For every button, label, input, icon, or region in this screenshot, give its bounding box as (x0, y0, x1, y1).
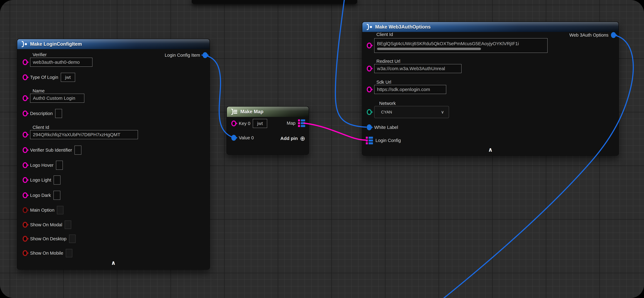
redirect-url-input[interactable]: w3a://com.w3a.Web3AuthUnreal (374, 64, 462, 73)
node-header[interactable]: Make LoginConfigItem (17, 39, 210, 49)
output-row: Web 3Auth Options (569, 31, 616, 40)
map-output-label: Map (287, 121, 296, 126)
logo-light-input[interactable] (54, 176, 60, 184)
show-on-mobile-row: Show On Mobile (22, 248, 72, 258)
make-struct-icon (366, 24, 373, 30)
logo-dark-label: Logo Dark (30, 193, 51, 198)
description-pin[interactable] (22, 110, 28, 116)
redirect-url-pin[interactable] (367, 66, 372, 72)
white-label-pin[interactable] (367, 124, 372, 130)
key0-label: Key 0 (239, 121, 250, 126)
make-struct-icon (21, 41, 28, 47)
show-on-mobile-pin[interactable] (22, 250, 28, 256)
network-pin[interactable] (367, 109, 372, 115)
blueprint-graph-canvas[interactable]: Make LoginConfigItem Login Config Item V… (0, 0, 644, 298)
sdk-url-row: https://sdk.openlogin.com (367, 85, 446, 94)
client-id-input[interactable]: 294QRkchfq2YaXUbPri7D6PH7xzHgQMT (30, 130, 138, 139)
offscreen-node-edge (192, 0, 357, 4)
show-on-desktop-pin[interactable] (22, 236, 28, 242)
key0-pin[interactable] (231, 120, 236, 126)
name-label: Name (32, 88, 44, 94)
redirect-url-label: Redirect Url (376, 59, 400, 64)
client-id-text: BEglQSgt4cUWcj6SKRdu5QkOXTsePmMcusG5EAoy… (377, 41, 519, 46)
verifier-sub-identifier-label: Verifier Sub Identifier (30, 148, 72, 153)
verifier-row: web3auth-auth0-demo (22, 57, 92, 67)
logo-hover-input[interactable] (56, 161, 63, 170)
show-on-modal-checkbox[interactable] (65, 220, 71, 229)
logo-light-label: Logo Light (30, 178, 51, 183)
logo-light-pin[interactable] (22, 177, 28, 183)
node-make-web3authoptions[interactable]: Make Web3AuthOptions Web 3Auth Options C… (362, 22, 619, 156)
add-pin-row[interactable]: Add pin (280, 134, 305, 143)
key0-input[interactable]: jwt (253, 119, 267, 128)
node-header[interactable]: Make Web3AuthOptions (362, 22, 618, 32)
show-on-desktop-checkbox[interactable] (69, 234, 76, 243)
network-label: Network (379, 101, 396, 106)
name-row: Auth0 Custom Login (22, 93, 84, 103)
type-of-login-input[interactable]: jwt (61, 73, 75, 82)
main-option-label: Main Option (30, 208, 54, 213)
chevron-up-icon[interactable] (488, 147, 493, 152)
type-of-login-pin[interactable] (22, 74, 28, 80)
verifier-input[interactable]: web3auth-auth0-demo (30, 58, 92, 67)
key0-row: Key 0 jwt (231, 119, 267, 128)
network-row: CYAN (367, 106, 449, 118)
client-id-row: BEglQSgt4cUWcj6SKRdu5QkOXTsePmMcusG5EAoy… (367, 37, 548, 54)
node-title: Make Map (240, 109, 264, 114)
description-input[interactable] (55, 109, 62, 118)
sdk-url-label: Sdk Url (376, 80, 391, 85)
verifier-sub-identifier-pin[interactable] (22, 147, 28, 153)
description-row: Description (22, 108, 62, 118)
sdk-url-input[interactable]: https://sdk.openlogin.com (374, 85, 446, 94)
show-on-desktop-row: Show On Desktop (22, 234, 76, 244)
sdk-url-pin[interactable] (367, 86, 372, 92)
logo-hover-row: Logo Hover (22, 160, 63, 170)
value0-row: Value 0 (231, 133, 254, 142)
show-on-modal-pin[interactable] (22, 222, 28, 228)
wire-map-to-login-config[interactable] (304, 123, 368, 140)
logo-dark-pin[interactable] (22, 192, 28, 198)
collapse-row (17, 260, 210, 266)
circle-plus-icon[interactable] (300, 135, 305, 142)
type-of-login-row: Type Of Login jwt (22, 72, 75, 82)
output-pin-label: Web 3Auth Options (569, 32, 608, 38)
logo-dark-row: Logo Dark (22, 190, 60, 200)
main-option-pin[interactable] (22, 207, 28, 213)
main-option-row: Main Option (22, 205, 64, 215)
collapse-row (362, 147, 619, 152)
node-make-map[interactable]: Make Map Key 0 jwt Map Value 0 Add pin (226, 106, 309, 155)
client-id-pin[interactable] (22, 132, 28, 138)
verifier-sub-identifier-input[interactable] (74, 146, 81, 154)
network-selected-value: CYAN (381, 110, 392, 114)
client-id-row: 294QRkchfq2YaXUbPri7D6PH7xzHgQMT (22, 130, 138, 140)
node-title: Make LoginConfigItem (30, 41, 82, 47)
main-option-checkbox[interactable] (57, 206, 64, 214)
logo-dark-input[interactable] (54, 191, 60, 200)
white-label-row: White Label (367, 123, 398, 132)
description-label: Description (30, 111, 53, 116)
verifier-label: Verifier (32, 52, 46, 57)
show-on-modal-row: Show On Modal (22, 220, 71, 230)
network-dropdown[interactable]: CYAN (374, 106, 449, 118)
client-id-label: Client Id (32, 125, 49, 130)
redirect-url-row: w3a://com.w3a.Web3AuthUnreal (367, 64, 462, 74)
client-id-input[interactable]: BEglQSgt4cUWcj6SKRdu5QkOXTsePmMcusG5EAoy… (374, 38, 548, 53)
client-id-scrollbar[interactable] (377, 48, 481, 50)
logo-hover-pin[interactable] (22, 162, 28, 168)
node-title: Make Web3AuthOptions (375, 24, 431, 30)
node-make-loginconfigitem[interactable]: Make LoginConfigItem Login Config Item V… (17, 39, 210, 270)
node-header[interactable]: Make Map (227, 106, 308, 117)
name-input[interactable]: Auth0 Custom Login (30, 94, 84, 103)
verifier-pin[interactable] (22, 59, 28, 65)
login-config-label: Login Config (376, 138, 401, 143)
show-on-mobile-checkbox[interactable] (66, 249, 72, 257)
client-id-pin[interactable] (367, 42, 372, 48)
show-on-modal-label: Show On Modal (30, 222, 62, 228)
type-of-login-label: Type Of Login (30, 75, 58, 80)
chevron-up-icon[interactable] (111, 260, 116, 266)
name-pin[interactable] (22, 95, 28, 101)
logo-hover-label: Logo Hover (30, 163, 54, 168)
login-config-row: Login Config (366, 136, 401, 145)
verifier-sub-identifier-row: Verifier Sub Identifier (22, 145, 81, 155)
make-map-icon (230, 109, 238, 115)
